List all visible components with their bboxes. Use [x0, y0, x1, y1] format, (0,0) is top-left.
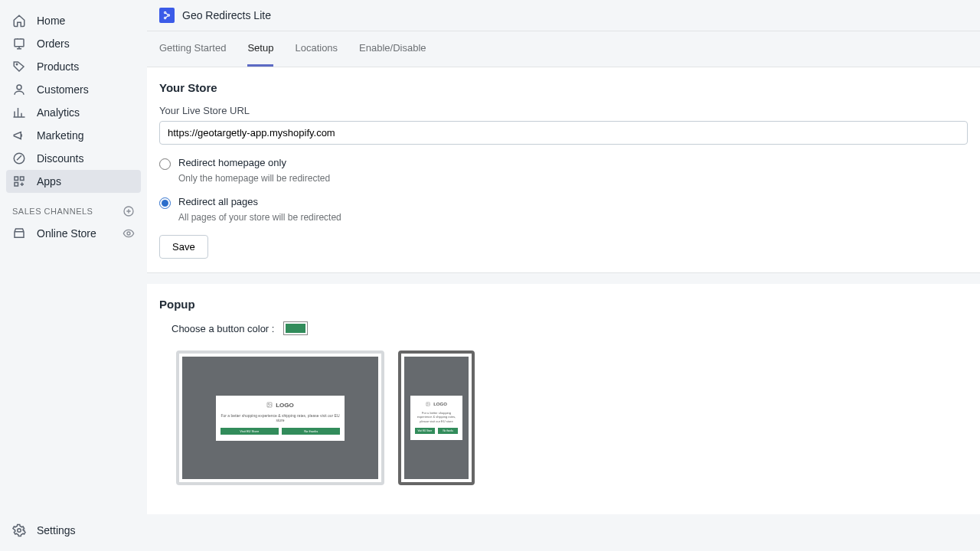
radio-homepage-only[interactable]: Redirect homepage only: [159, 157, 968, 170]
sales-channels-header: SALES CHANNELS: [0, 193, 147, 222]
radio-desc: Only the homepage will be redirected: [178, 173, 968, 184]
preview-desktop: LOGO For a better shopping experience & …: [176, 350, 384, 485]
svg-point-2: [17, 85, 21, 90]
nav-orders[interactable]: Orders: [6, 32, 141, 55]
sidebar: Home Orders Products Customers Analytics…: [0, 0, 147, 551]
svg-point-8: [127, 232, 130, 235]
color-label: Choose a button color :: [172, 323, 274, 334]
nav-label: Products: [37, 60, 79, 73]
section-heading: Popup: [159, 298, 968, 311]
svg-rect-5: [21, 177, 24, 181]
svg-point-1: [16, 64, 18, 65]
section-heading: Your Store: [159, 81, 968, 94]
discount-icon: [12, 152, 26, 165]
your-store-section: Your Store Your Live Store URL Redirect …: [147, 67, 980, 273]
preview-logo: LOGO: [220, 402, 341, 409]
popup-section: Popup Choose a button color : LOGO: [147, 284, 980, 514]
nav-label: Customers: [37, 83, 89, 96]
svg-point-14: [269, 403, 270, 404]
app-title: Geo Redirects Lite: [182, 9, 271, 21]
store-icon: [12, 227, 26, 240]
apps-icon: [12, 174, 26, 188]
main-content: Geo Redirects Lite Getting Started Setup…: [147, 0, 980, 551]
nav-label: Home: [37, 15, 65, 27]
preview-visit-btn: Visit EU Store: [415, 428, 435, 434]
preview-text: For a better shopping experience & shipp…: [415, 411, 459, 423]
tab-enable-disable[interactable]: Enable/Disable: [359, 31, 426, 67]
preview-logo: LOGO: [415, 402, 459, 406]
svg-rect-0: [15, 39, 24, 47]
radio-allpages-input[interactable]: [159, 197, 171, 209]
nav-label: Marketing: [37, 129, 83, 142]
gear-icon: [12, 523, 26, 537]
nav-label: Discounts: [37, 152, 83, 165]
nav-discounts[interactable]: Discounts: [6, 147, 141, 170]
radio-desc: All pages of your store will be redirect…: [178, 212, 968, 223]
tab-getting-started[interactable]: Getting Started: [159, 31, 226, 67]
tab-setup[interactable]: Setup: [247, 31, 273, 67]
nav-settings[interactable]: Settings: [6, 519, 141, 542]
radio-label: Redirect all pages: [178, 196, 258, 207]
nav-home[interactable]: Home: [6, 9, 141, 32]
nav-label: Analytics: [37, 106, 80, 119]
nav-products[interactable]: Products: [6, 55, 141, 78]
nav-marketing[interactable]: Marketing: [6, 124, 141, 147]
tag-icon: [12, 60, 26, 73]
store-url-input[interactable]: [159, 121, 968, 145]
megaphone-icon: [12, 129, 26, 142]
home-icon: [12, 14, 26, 28]
svg-point-9: [18, 529, 21, 533]
app-logo-icon: [159, 8, 175, 23]
image-icon: [266, 402, 273, 408]
add-channel-icon[interactable]: [122, 205, 135, 217]
preview-nothanks-btn: No thanks: [438, 428, 458, 434]
user-icon: [12, 83, 26, 96]
radio-label: Redirect homepage only: [178, 157, 286, 168]
svg-rect-4: [15, 177, 18, 181]
eye-icon[interactable]: [122, 227, 135, 240]
nav-analytics[interactable]: Analytics: [6, 101, 141, 124]
channel-online-store[interactable]: Online Store: [6, 222, 141, 245]
app-header: Geo Redirects Lite: [147, 0, 980, 31]
svg-rect-6: [15, 183, 18, 187]
section-label: SALES CHANNELS: [12, 207, 93, 216]
chart-icon: [12, 106, 26, 119]
preview-mobile: LOGO For a better shopping experience & …: [398, 350, 475, 485]
nav-customers[interactable]: Customers: [6, 78, 141, 101]
image-icon: [426, 402, 430, 406]
nav-label: Online Store: [37, 227, 96, 240]
nav-label: Orders: [37, 37, 70, 50]
orders-icon: [12, 37, 26, 51]
preview-visit-btn: Visit EU Store: [220, 428, 279, 435]
radio-homepage-input[interactable]: [159, 158, 171, 170]
preview-text: For a better shopping experience & shipp…: [220, 413, 341, 423]
nav-apps[interactable]: Apps: [6, 170, 141, 193]
svg-point-16: [427, 403, 428, 404]
radio-all-pages[interactable]: Redirect all pages: [159, 196, 968, 209]
nav-label: Apps: [37, 175, 61, 187]
color-picker[interactable]: [283, 321, 308, 335]
tab-locations[interactable]: Locations: [295, 31, 338, 67]
save-button[interactable]: Save: [159, 235, 208, 259]
nav-label: Settings: [37, 524, 76, 536]
preview-nothanks-btn: No thanks: [282, 428, 340, 435]
tabs: Getting Started Setup Locations Enable/D…: [147, 31, 980, 67]
url-label: Your Live Store URL: [159, 105, 968, 116]
